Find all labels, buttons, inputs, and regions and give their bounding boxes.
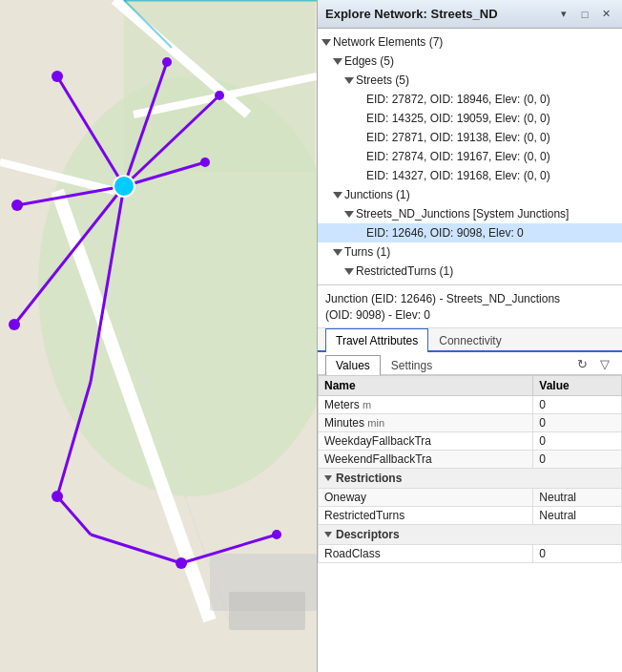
refresh-icon-btn[interactable]: ↻ [572,355,591,374]
panel-header-icons: ▾ □ ✕ [555,6,614,23]
tree-item-eid5[interactable]: EID: 14327, OID: 19168, Elev: (0, 0) [318,166,622,185]
detail-header: Junction (EID: 12646) - Streets_ND_Junct… [318,285,622,328]
tab-travel-attributes[interactable]: Travel Attributes [325,328,428,352]
subtab-values[interactable]: Values [325,355,381,375]
col-name-header: Name [319,375,533,395]
attr-value-cell: 0 [533,544,622,562]
tree-item-eid4[interactable]: EID: 27874, OID: 19167, Elev: (0, 0) [318,147,622,166]
tree-item-streets[interactable]: Streets (5) [318,71,622,90]
table-row: Descriptors [319,524,622,544]
col-value-header: Value [533,375,622,395]
detail-header-text: Junction (EID: 12646) - Streets_ND_Junct… [325,292,560,322]
svg-point-30 [114,176,135,197]
attr-name-cell: Meters m [319,395,533,413]
attr-value-cell: 0 [533,431,622,450]
attr-name-cell: Minutes min [319,413,533,431]
map-area[interactable] [0,0,317,672]
filter-icon-btn[interactable]: ▽ [595,355,614,374]
tree-item-net_elem[interactable]: Network Elements (7) [318,32,622,52]
tree-item-eid2[interactable]: EID: 14325, OID: 19059, Elev: (0, 0) [318,109,622,128]
tree-item-restricted[interactable]: RestrictedTurns (1) [318,262,622,281]
attr-value-cell: 0 [533,450,622,468]
attr-value-cell: 0 [533,413,622,431]
svg-point-22 [162,57,172,67]
tree-item-eid1[interactable]: EID: 27872, OID: 18946, Elev: (0, 0) [318,90,622,109]
attribute-table-container[interactable]: Name Value Meters m0Minutes min0WeekdayF… [318,375,622,672]
attr-value-cell: Neutral [533,488,622,506]
table-row: RoadClass0 [319,544,622,562]
attr-value-cell: 0 [533,395,622,413]
tree-item-junctions[interactable]: Junctions (1) [318,185,622,204]
svg-rect-9 [229,592,305,630]
map-svg [0,0,317,672]
table-row: Restrictions [319,468,622,488]
svg-point-28 [176,557,187,569]
svg-point-26 [9,319,20,330]
attr-name-cell: WeekendFallbackTra [319,450,533,468]
tree-item-edges[interactable]: Edges (5) [318,52,622,71]
tree-item-junc1[interactable]: EID: 12646, OID: 9098, Elev: 0 [318,223,622,242]
svg-point-21 [52,71,63,82]
table-row: Meters m0 [319,395,622,413]
close-icon-btn[interactable]: ✕ [597,6,614,23]
restore-icon-btn[interactable]: □ [576,6,593,23]
table-row: OnewayNeutral [319,488,622,506]
svg-point-27 [52,491,63,502]
attr-name-cell: Oneway [319,488,533,506]
tab-connectivity[interactable]: Connectivity [428,328,511,352]
attr-name-cell: RestrictedTurns [319,506,533,524]
table-row: WeekendFallbackTra0 [319,450,622,468]
dropdown-icon-btn[interactable]: ▾ [555,6,572,23]
subtab-settings[interactable]: Settings [381,355,443,375]
table-row: WeekdayFallbackTra0 [319,431,622,450]
svg-point-25 [11,200,23,211]
panel-area: Explore Network: Streets_ND ▾ □ ✕ Networ… [317,0,622,672]
svg-point-24 [200,158,210,167]
subtab-actions: ↻ ▽ [572,355,614,374]
table-row: Minutes min0 [319,413,622,431]
attr-name-cell: RoadClass [319,544,533,562]
tree-area[interactable]: Network Elements (7)Edges (5)Streets (5)… [318,29,622,285]
panel-title: Explore Network: Streets_ND [325,7,498,21]
main-tabs-row: Travel Attributes Connectivity [318,328,622,352]
table-row: RestrictedTurnsNeutral [319,506,622,524]
detail-section: Junction (EID: 12646) - Streets_ND_Junct… [318,285,622,672]
tree-item-eid3[interactable]: EID: 27871, OID: 19138, Elev: (0, 0) [318,128,622,147]
attribute-table: Name Value Meters m0Minutes min0WeekdayF… [318,375,622,563]
attr-value-cell: Neutral [533,506,622,524]
tree-item-turns[interactable]: Turns (1) [318,242,622,262]
svg-point-23 [215,91,224,100]
svg-point-29 [272,530,281,539]
attr-name-cell: WeekdayFallbackTra [319,431,533,450]
panel-header: Explore Network: Streets_ND ▾ □ ✕ [318,0,622,29]
subtabs-row: Values Settings ↻ ▽ [318,352,622,375]
tree-item-sysj[interactable]: Streets_ND_Junctions [System Junctions] [318,204,622,223]
